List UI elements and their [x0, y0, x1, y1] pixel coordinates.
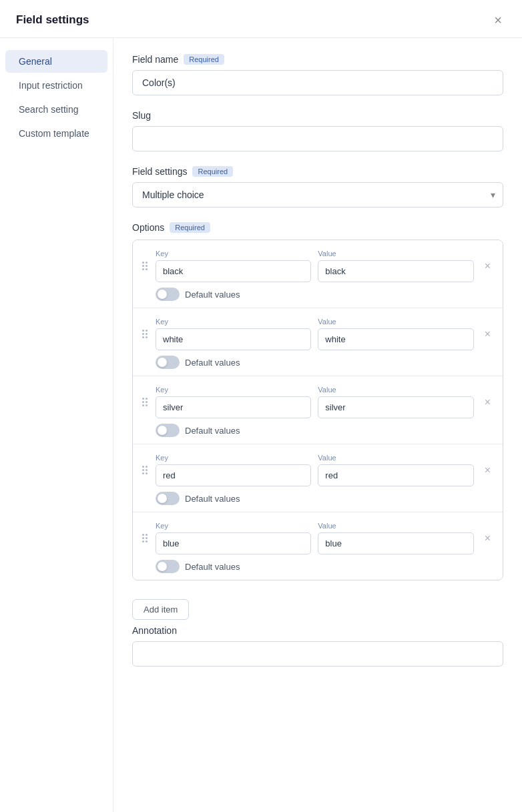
value-field-3: Value [318, 454, 473, 486]
drag-handle-0[interactable] [141, 259, 149, 273]
option-fields-3: Key Value × [141, 454, 495, 486]
field-name-label-row: Field name Required [132, 54, 503, 65]
key-label-4: Key [156, 522, 311, 530]
slug-label-row: Slug [132, 110, 503, 121]
options-label: Options [132, 222, 164, 233]
slug-input[interactable] [132, 126, 503, 151]
options-badge: Required [170, 222, 210, 233]
field-settings-badge: Required [192, 166, 233, 177]
kv-group-4: Key Value [156, 522, 474, 554]
option-row-3: Key Value × Default values [133, 444, 503, 512]
remove-button-0[interactable]: × [481, 258, 495, 274]
default-values-row-2: Default values [141, 424, 495, 437]
default-label-3: Default values [185, 494, 240, 504]
field-settings-modal: Field settings × GeneralInput restrictio… [0, 0, 522, 812]
default-toggle-4[interactable] [156, 560, 180, 573]
option-fields-4: Key Value × [141, 522, 495, 554]
key-input-0[interactable] [156, 260, 311, 282]
remove-button-1[interactable]: × [481, 326, 495, 342]
option-row-2: Key Value × Default values [133, 376, 503, 444]
key-input-1[interactable] [156, 328, 311, 350]
value-label-4: Value [318, 522, 473, 530]
field-settings-label: Field settings [132, 166, 187, 177]
modal-title: Field settings [16, 13, 89, 27]
default-toggle-0[interactable] [156, 288, 180, 301]
field-settings-select[interactable]: Multiple choice [132, 182, 503, 208]
options-section: Options Required Key [132, 222, 503, 580]
key-label-2: Key [156, 386, 311, 394]
kv-group-3: Key Value [156, 454, 474, 486]
sidebar: GeneralInput restrictionSearch settingCu… [0, 38, 113, 812]
default-values-row-0: Default values [141, 288, 495, 301]
drag-handle-4[interactable] [141, 531, 149, 545]
value-input-2[interactable] [318, 396, 473, 418]
field-name-label: Field name [132, 54, 178, 65]
key-input-3[interactable] [156, 464, 311, 486]
sidebar-item-custom-template[interactable]: Custom template [5, 122, 107, 145]
value-input-1[interactable] [318, 328, 473, 350]
add-item-button[interactable]: Add item [132, 599, 189, 620]
field-settings-label-row: Field settings Required [132, 166, 503, 177]
value-field-0: Value [318, 250, 473, 282]
default-label-4: Default values [185, 562, 240, 572]
options-list: Key Value × Default values [132, 240, 503, 580]
key-field-3: Key [156, 454, 311, 486]
main-content: Field name Required Slug Field settings … [113, 38, 522, 812]
value-label-2: Value [318, 386, 473, 394]
default-toggle-2[interactable] [156, 424, 180, 437]
value-input-0[interactable] [318, 260, 473, 282]
value-input-4[interactable] [318, 532, 473, 554]
value-field-4: Value [318, 522, 473, 554]
key-label-0: Key [156, 250, 311, 258]
option-row-0: Key Value × Default values [133, 240, 503, 308]
field-name-input[interactable] [132, 70, 503, 95]
sidebar-item-input-restriction[interactable]: Input restriction [5, 74, 107, 97]
slug-label: Slug [132, 110, 151, 121]
option-row-4: Key Value × Default values [133, 512, 503, 580]
remove-button-3[interactable]: × [481, 462, 495, 478]
option-fields-1: Key Value × [141, 318, 495, 350]
key-field-1: Key [156, 318, 311, 350]
value-field-1: Value [318, 318, 473, 350]
key-field-0: Key [156, 250, 311, 282]
drag-handle-2[interactable] [141, 395, 149, 409]
close-button[interactable]: × [490, 12, 506, 28]
default-label-0: Default values [185, 290, 240, 300]
modal-header: Field settings × [0, 0, 522, 38]
key-label-3: Key [156, 454, 311, 462]
option-fields-0: Key Value × [141, 250, 495, 282]
remove-button-2[interactable]: × [481, 394, 495, 410]
sidebar-item-general[interactable]: General [5, 50, 107, 73]
kv-group-2: Key Value [156, 386, 474, 418]
remove-button-4[interactable]: × [481, 530, 495, 546]
value-input-3[interactable] [318, 464, 473, 486]
key-input-4[interactable] [156, 532, 311, 554]
slug-section: Slug [132, 110, 503, 151]
default-label-1: Default values [185, 358, 240, 368]
annotation-label-row: Annotation [132, 625, 503, 636]
annotation-input[interactable] [132, 641, 503, 667]
default-values-row-4: Default values [141, 560, 495, 573]
value-label-3: Value [318, 454, 473, 462]
option-row-1: Key Value × Default values [133, 308, 503, 376]
field-name-section: Field name Required [132, 54, 503, 95]
drag-handle-3[interactable] [141, 463, 149, 477]
default-toggle-1[interactable] [156, 356, 180, 369]
sidebar-item-search-setting[interactable]: Search setting [5, 98, 107, 121]
modal-body: GeneralInput restrictionSearch settingCu… [0, 38, 522, 812]
default-toggle-3[interactable] [156, 492, 180, 505]
annotation-label: Annotation [132, 625, 177, 636]
default-values-row-1: Default values [141, 356, 495, 369]
value-label-1: Value [318, 318, 473, 326]
kv-group-0: Key Value [156, 250, 474, 282]
value-field-2: Value [318, 386, 473, 418]
field-name-badge: Required [184, 54, 224, 65]
key-label-1: Key [156, 318, 311, 326]
key-field-2: Key [156, 386, 311, 418]
field-settings-section: Field settings Required Multiple choice … [132, 166, 503, 208]
option-fields-2: Key Value × [141, 386, 495, 418]
key-input-2[interactable] [156, 396, 311, 418]
value-label-0: Value [318, 250, 473, 258]
field-settings-select-wrapper: Multiple choice ▾ [132, 182, 503, 208]
drag-handle-1[interactable] [141, 327, 149, 341]
